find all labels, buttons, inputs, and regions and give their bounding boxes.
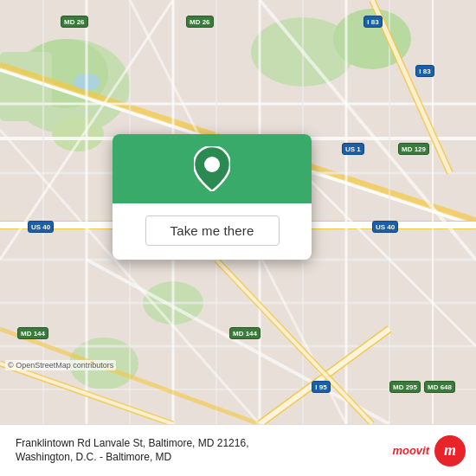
shield-md295: MD 295 [389,381,421,393]
address-block: Franklintown Rd Lanvale St, Baltimore, M… [10,437,392,464]
shield-md144-left: MD 144 [17,327,48,339]
svg-point-4 [52,117,104,151]
location-pin-icon [194,146,230,191]
osm-attribution: © OpenStreetMap contributors [5,360,116,370]
copyright-text: © OpenStreetMap contributors [8,361,113,370]
shield-md26-top-center: MD 26 [186,16,214,28]
shield-i83-right: I 83 [415,65,434,77]
shield-md648: MD 648 [424,381,455,393]
shield-md26-top-left: MD 26 [61,16,88,28]
shield-us40-left: US 40 [28,221,54,233]
svg-point-46 [204,157,220,172]
shield-i95: I 95 [312,381,331,393]
moovit-icon: m [434,435,466,466]
shield-md129: MD 129 [398,143,429,155]
take-me-there-button[interactable]: Take me there [145,215,280,246]
shield-us40-right: US 40 [372,221,398,233]
shield-us1: US 1 [342,143,364,155]
popup-header [113,134,312,203]
moovit-text: moovit [392,444,429,457]
map-container: MD 26 MD 26 I 83 I 83 US 1 MD 129 US 40 … [0,0,476,424]
moovit-logo: moovit m [392,435,466,466]
address-line1: Franklintown Rd Lanvale St, Baltimore, M… [16,437,248,449]
address-line2: Washington, D.C. - Baltimore, MD [16,451,171,463]
shield-i83-top-right: I 83 [363,16,383,28]
popup-card: Take me there [113,134,312,260]
footer: Franklintown Rd Lanvale St, Baltimore, M… [0,424,476,476]
shield-md144-center: MD 144 [229,327,261,339]
